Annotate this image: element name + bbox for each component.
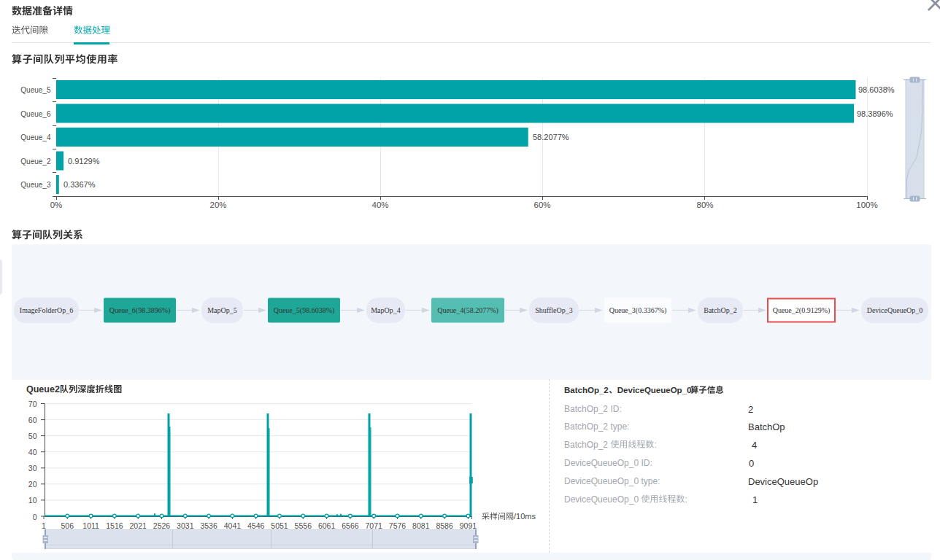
svg-text::: : <box>654 440 656 450</box>
svg-text::: : <box>685 494 687 505</box>
svg-text:Queue2: Queue2 <box>26 384 60 394</box>
svg-text:BatchOp_2: BatchOp_2 <box>564 440 608 450</box>
svg-text:DeviceQueueOp_0: DeviceQueueOp_0 <box>617 386 692 394</box>
svg-text:BatchOp_2: BatchOp_2 <box>564 386 609 394</box>
svg-text:DeviceQueueOp_0: DeviceQueueOp_0 <box>564 494 639 505</box>
svg-text:/10ms: /10ms <box>514 512 536 521</box>
